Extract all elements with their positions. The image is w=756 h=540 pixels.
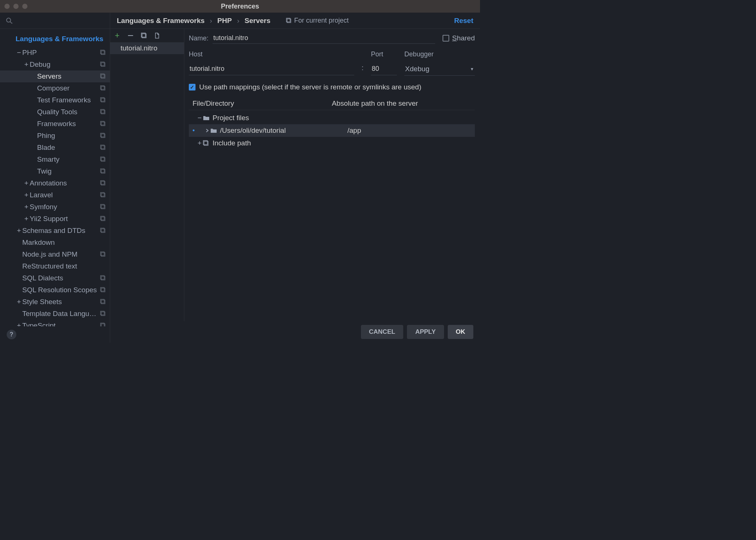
sidebar-item-yii2-support[interactable]: +Yii2 Support xyxy=(0,213,110,225)
sidebar-item-composer[interactable]: Composer xyxy=(0,82,110,94)
sidebar-item-template-data-languages[interactable]: Template Data Languages xyxy=(0,308,110,320)
expand-icon[interactable]: + xyxy=(16,227,22,235)
window-title: Preferences xyxy=(221,3,259,10)
debugger-label: Debugger xyxy=(404,50,475,58)
shared-checkbox-row[interactable]: Shared xyxy=(443,34,475,42)
sidebar-item-typescript[interactable]: +TypeScript xyxy=(0,320,110,326)
path-row[interactable]: −Project files xyxy=(189,112,475,124)
sidebar-item-blade[interactable]: Blade xyxy=(0,142,110,154)
path-row[interactable]: +Include path xyxy=(189,137,475,149)
scope-icon xyxy=(100,97,106,103)
sidebar-item-smarty[interactable]: Smarty xyxy=(0,154,110,165)
remove-server-button[interactable]: − xyxy=(127,32,134,39)
sidebar-item-annotations[interactable]: +Annotations xyxy=(0,177,110,189)
sidebar-item-debug[interactable]: +Debug xyxy=(0,59,110,70)
path-mapping-table: −Project files•/Users/oli/dev/tutorial/a… xyxy=(189,112,475,149)
sidebar-item-style-sheets[interactable]: +Style Sheets xyxy=(0,296,110,308)
crumb-php[interactable]: PHP xyxy=(217,17,232,25)
scope-icon xyxy=(100,145,106,151)
add-server-button[interactable]: + xyxy=(114,32,121,39)
sidebar-item-symfony[interactable]: +Symfony xyxy=(0,201,110,213)
sidebar-item-label: Servers xyxy=(37,72,100,80)
expand-icon[interactable]: + xyxy=(23,60,30,69)
chevron-right-icon: › xyxy=(237,17,239,25)
row-expander-icon[interactable] xyxy=(204,128,210,133)
settings-sidebar: Languages & Frameworks −PHP+DebugServers… xyxy=(0,13,110,343)
copy-server-button[interactable] xyxy=(141,32,147,39)
apply-button[interactable]: APPLY xyxy=(407,325,444,339)
row-expander-icon[interactable]: + xyxy=(196,139,203,147)
scope-icon xyxy=(100,311,106,317)
scope-icon xyxy=(100,133,106,139)
dialog-buttons: CANCEL APPLY OK xyxy=(110,321,480,343)
row-expander-icon[interactable]: − xyxy=(196,114,203,122)
help-icon[interactable]: ? xyxy=(7,330,16,339)
server-list-item[interactable]: tutorial.nitro xyxy=(110,42,184,54)
ok-button[interactable]: OK xyxy=(448,325,474,339)
shared-checkbox[interactable] xyxy=(443,35,449,42)
sidebar-item-laravel[interactable]: +Laravel xyxy=(0,189,110,201)
scope-icon xyxy=(100,299,106,305)
host-label: Host xyxy=(189,50,354,58)
sidebar-item-label: Laravel xyxy=(30,191,100,199)
minimize-window-button[interactable] xyxy=(13,4,19,9)
scope-label: For current project xyxy=(294,17,349,24)
sidebar-item-markdown[interactable]: Markdown xyxy=(0,237,110,248)
reset-link[interactable]: Reset xyxy=(454,17,473,25)
sidebar-item-label: Frameworks xyxy=(37,120,100,128)
folder-icon xyxy=(203,115,210,121)
scope-icon xyxy=(100,192,106,198)
sidebar-item-frameworks[interactable]: Frameworks xyxy=(0,118,110,130)
sidebar-item-node-js-and-npm[interactable]: Node.js and NPM xyxy=(0,248,110,260)
path-label: Include path xyxy=(213,139,344,147)
scope-icon xyxy=(286,18,292,24)
sidebar-item-test-frameworks[interactable]: Test Frameworks xyxy=(0,94,110,106)
server-list-pane: + − tutorial.nitro xyxy=(110,29,184,321)
sidebar-item-quality-tools[interactable]: Quality Tools xyxy=(0,106,110,118)
close-window-button[interactable] xyxy=(4,4,10,9)
col-absolute-path: Absolute path on the server xyxy=(332,99,471,108)
sidebar-item-sql-dialects[interactable]: SQL Dialects xyxy=(0,272,110,284)
scope-icon xyxy=(100,168,106,174)
name-input[interactable] xyxy=(213,33,435,44)
path-row[interactable]: •/Users/oli/dev/tutorial/app xyxy=(189,124,475,137)
absolute-path-cell[interactable]: /app xyxy=(348,126,475,135)
search-icon[interactable] xyxy=(5,17,13,25)
expand-icon[interactable]: + xyxy=(16,298,22,306)
scope-icon xyxy=(100,62,106,68)
scope-icon xyxy=(100,216,106,222)
scope-icon xyxy=(100,109,106,115)
host-input[interactable] xyxy=(189,63,354,75)
sidebar-item-php[interactable]: −PHP xyxy=(0,47,110,59)
sidebar-item-servers[interactable]: Servers xyxy=(0,70,110,82)
sidebar-item-label: Composer xyxy=(37,84,100,92)
port-input[interactable] xyxy=(371,63,397,75)
expand-icon[interactable]: + xyxy=(23,203,30,211)
scope-icon xyxy=(100,50,106,56)
pathmap-checkbox[interactable] xyxy=(189,84,195,90)
sidebar-item-sql-resolution-scopes[interactable]: SQL Resolution Scopes xyxy=(0,284,110,296)
collapse-icon[interactable]: − xyxy=(16,49,22,57)
titlebar: Preferences xyxy=(0,0,480,13)
expand-icon[interactable]: + xyxy=(23,191,30,199)
cancel-button[interactable]: CANCEL xyxy=(361,325,404,339)
sidebar-item-label: SQL Resolution Scopes xyxy=(22,286,100,294)
sidebar-item-twig[interactable]: Twig xyxy=(0,165,110,177)
expand-icon[interactable]: + xyxy=(16,322,22,326)
expand-icon[interactable]: + xyxy=(23,215,30,223)
crumb-root[interactable]: Languages & Frameworks xyxy=(117,17,205,25)
shared-label: Shared xyxy=(452,34,475,42)
import-server-button[interactable] xyxy=(154,32,161,39)
sidebar-item-phing[interactable]: Phing xyxy=(0,130,110,142)
debugger-select[interactable]: Xdebug ▼ xyxy=(404,63,475,76)
sidebar-item-label: Schemas and DTDs xyxy=(22,227,100,235)
scope-icon xyxy=(100,73,106,79)
sidebar-item-schemas-and-dtds[interactable]: +Schemas and DTDs xyxy=(0,225,110,237)
sidebar-item-restructured-text[interactable]: ReStructured text xyxy=(0,260,110,272)
scope-icon xyxy=(100,275,106,281)
expand-icon[interactable]: + xyxy=(23,179,30,187)
scope-icon xyxy=(100,287,106,293)
zoom-window-button[interactable] xyxy=(22,4,27,9)
sidebar-item-label: ReStructured text xyxy=(22,262,110,270)
server-list-item-label: tutorial.nitro xyxy=(121,44,157,52)
